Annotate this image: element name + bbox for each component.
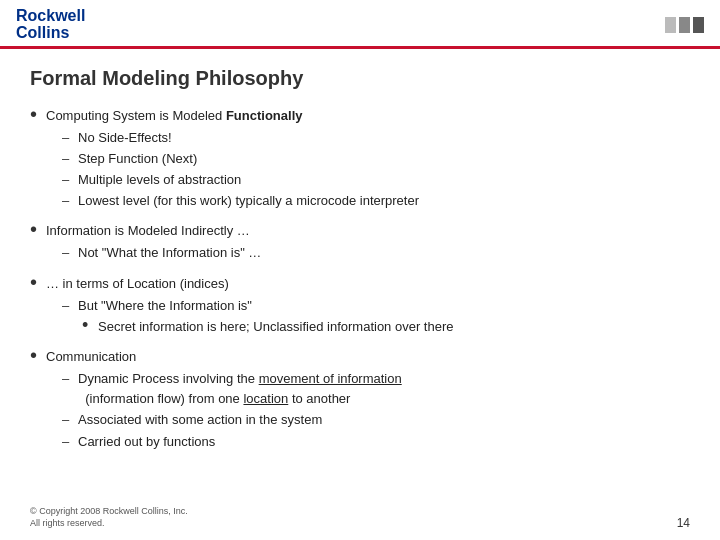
footer: © Copyright 2008 Rockwell Collins, Inc. … xyxy=(30,505,690,530)
header: Rockwell Collins xyxy=(0,0,720,49)
header-decoration xyxy=(665,17,704,33)
bullet-section-3: • … in terms of Location (indices) – But… xyxy=(30,274,690,337)
footer-copyright: © Copyright 2008 Rockwell Collins, Inc. … xyxy=(30,505,188,530)
bullet-4-main: • Communication xyxy=(30,347,690,367)
bullet-2-sublist: –Not "What the Information is" … xyxy=(62,243,690,263)
content-area: • Computing System is Modeled Functional… xyxy=(30,106,690,452)
bar-icon-1 xyxy=(665,17,676,33)
logo-collins: Collins xyxy=(16,25,85,42)
bullet-dot-3: • xyxy=(30,272,46,292)
bullet-1-text: Computing System is Modeled Functionally xyxy=(46,106,690,126)
sub-item: –Lowest level (for this work) typically … xyxy=(62,191,690,211)
logo-rockwell: Rockwell xyxy=(16,8,85,25)
slide-title: Formal Modeling Philosophy xyxy=(30,67,690,90)
sub-item-4c: –Carried out by functions xyxy=(62,432,690,452)
bullet-dot-4: • xyxy=(30,345,46,365)
bullet-dot-1: • xyxy=(30,104,46,124)
bullet-3-sub1-text: But "Where the Information is" xyxy=(78,296,252,316)
bullet-1-text-bold: Functionally xyxy=(226,108,303,123)
bullet-section-2: • Information is Modeled Indirectly … –N… xyxy=(30,221,690,263)
logo: Rockwell Collins xyxy=(16,8,85,42)
copyright-line1: © Copyright 2008 Rockwell Collins, Inc. xyxy=(30,505,188,518)
bar-icon-3 xyxy=(693,17,704,33)
sub-item-2: –Not "What the Information is" … xyxy=(62,243,690,263)
main-content: Formal Modeling Philosophy • Computing S… xyxy=(0,49,720,472)
sub-item: –Multiple levels of abstraction xyxy=(62,170,690,190)
bullet-3-sublist: – But "Where the Information is" xyxy=(62,296,690,316)
bullet-3-text: … in terms of Location (indices) xyxy=(46,274,690,294)
copyright-line2: All rights reserved. xyxy=(30,517,188,530)
bullet-section-4: • Communication – Dynamic Process involv… xyxy=(30,347,690,452)
sub-sub-item: • Secret information is here; Unclassifi… xyxy=(82,317,690,337)
sub-item-4b: –Associated with some action in the syst… xyxy=(62,410,690,430)
bullet-3-subsub1-text: Secret information is here; Unclassified… xyxy=(98,317,454,337)
bullet-1-main: • Computing System is Modeled Functional… xyxy=(30,106,690,126)
bullet-1-sublist: –No Side-Effects! –Step Function (Next) … xyxy=(62,128,690,212)
sub-item-4a: – Dynamic Process involving the movement… xyxy=(62,369,690,409)
bullet-3-subsublist: • Secret information is here; Unclassifi… xyxy=(82,317,690,337)
bullet-3-main: • … in terms of Location (indices) xyxy=(30,274,690,294)
bullet-section-1: • Computing System is Modeled Functional… xyxy=(30,106,690,212)
bullet-2-main: • Information is Modeled Indirectly … xyxy=(30,221,690,241)
sub-item: –No Side-Effects! xyxy=(62,128,690,148)
bullet-4-text: Communication xyxy=(46,347,690,367)
bar-icon-2 xyxy=(679,17,690,33)
bullet-dot-2: • xyxy=(30,219,46,239)
bullet-1-text-normal: Computing System is Modeled xyxy=(46,108,226,123)
bullet-4-sublist: – Dynamic Process involving the movement… xyxy=(62,369,690,452)
sub-item-3: – But "Where the Information is" xyxy=(62,296,690,316)
bullet-2-text: Information is Modeled Indirectly … xyxy=(46,221,690,241)
sub-item: –Step Function (Next) xyxy=(62,149,690,169)
page-number: 14 xyxy=(677,516,690,530)
sub-4a-text: Dynamic Process involving the movement o… xyxy=(78,369,402,409)
